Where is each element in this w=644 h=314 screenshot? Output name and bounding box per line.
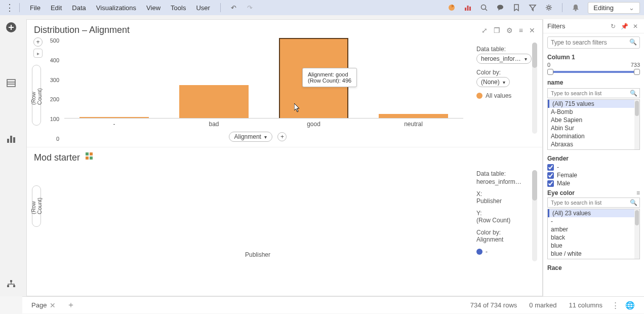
filter-eye-list[interactable]: (All) 23 values - amber black blue blue …: [547, 209, 640, 259]
viz2-cfg-data-table-label: Data table:: [476, 170, 535, 177]
menu-edit[interactable]: Edit: [51, 4, 62, 12]
svg-point-4: [481, 5, 486, 10]
chart-tool-icon[interactable]: [5, 133, 17, 145]
globe-icon[interactable]: 🌐: [625, 301, 635, 310]
close-viz-icon[interactable]: ✕: [529, 26, 535, 34]
viz2-cfg-y-label: Y:: [476, 210, 535, 217]
filters-close-icon[interactable]: ✕: [631, 23, 640, 30]
marked-info: 0 marked: [529, 301, 556, 309]
svg-rect-2: [467, 6, 469, 11]
redo-icon[interactable]: ↷: [244, 2, 256, 14]
slider-handle-max[interactable]: [634, 69, 640, 75]
viz2-y-axis-label[interactable]: (Row Count): [32, 185, 41, 227]
filter-name-list[interactable]: (All) 715 values A-Bomb Abe Sapien Abin …: [547, 99, 640, 150]
range-slider[interactable]: [547, 69, 640, 74]
filter-eye-search[interactable]: [547, 198, 640, 208]
mode-dropdown[interactable]: Editing ⌄: [588, 2, 640, 14]
comment-icon[interactable]: [494, 2, 506, 14]
viz2-cfg-colorby-label: Color by:: [476, 229, 535, 236]
y-axis-expand-icon[interactable]: ▸: [33, 49, 43, 58]
bar-neutral[interactable]: [379, 114, 449, 118]
status-menu-icon[interactable]: ⋮: [612, 301, 619, 310]
hierarchy-icon[interactable]: [5, 278, 17, 290]
viz-settings-icon[interactable]: ⚙: [506, 26, 513, 34]
menu-data[interactable]: Data: [72, 4, 86, 12]
list-item[interactable]: A-Bomb: [548, 108, 639, 116]
bar-dash[interactable]: [79, 117, 149, 118]
list-item[interactable]: bown: [548, 258, 639, 259]
page-tab[interactable]: Page✕: [28, 301, 59, 309]
gender-dash-check[interactable]: -: [543, 163, 644, 171]
list-icon[interactable]: ≡: [519, 26, 523, 34]
list-item[interactable]: blue: [548, 242, 639, 250]
add-y-axis-button[interactable]: +: [33, 37, 43, 47]
list-item[interactable]: blue / white: [548, 250, 639, 258]
add-page-button[interactable]: ＋: [67, 300, 75, 310]
filter-name-search[interactable]: [547, 88, 640, 98]
bell-icon[interactable]: [570, 2, 582, 14]
legend-all-values[interactable]: All values: [476, 92, 535, 99]
svg-rect-13: [7, 139, 9, 143]
add-circle-icon[interactable]: [5, 21, 17, 33]
filter-eye-menu-icon[interactable]: ≡: [636, 189, 640, 197]
list-item[interactable]: Absorbing Man: [548, 148, 639, 150]
gear-icon[interactable]: [543, 2, 555, 14]
gender-male-check[interactable]: Male: [543, 179, 644, 187]
filter-icon[interactable]: [527, 2, 539, 14]
list-item[interactable]: amber: [548, 225, 639, 233]
app-menu-icon[interactable]: ⋮: [4, 2, 14, 13]
menu-view[interactable]: View: [146, 4, 160, 12]
menu-visualizations[interactable]: Visualizations: [96, 4, 136, 12]
svg-rect-14: [10, 136, 12, 143]
gender-female-check[interactable]: Female: [543, 171, 644, 179]
expand-icon[interactable]: ⤢: [481, 26, 488, 34]
visualization-canvas: Distribution – Alignment ⤢ ❐ ⚙ ≡ ✕ + ▸ (…: [26, 19, 543, 296]
list-item[interactable]: Abraxas: [548, 140, 639, 148]
svg-point-6: [497, 5, 503, 10]
list-item[interactable]: black: [548, 233, 639, 242]
close-tab-icon[interactable]: ✕: [50, 301, 56, 309]
search-icon[interactable]: [478, 2, 490, 14]
list-item[interactable]: -: [548, 217, 639, 225]
viz2-scroll-thumb[interactable]: [532, 170, 537, 201]
bar-chart-icon[interactable]: [462, 2, 474, 14]
list-item-all[interactable]: (All) 715 values: [548, 100, 639, 108]
svg-rect-21: [86, 156, 89, 160]
viz2-title: Mod starter: [34, 152, 535, 163]
menu-file[interactable]: File: [30, 4, 41, 12]
list-item[interactable]: Abe Sapien: [548, 116, 639, 124]
search-icon: 🔍: [630, 90, 637, 97]
y-axis-label[interactable]: (Row Count): [32, 65, 41, 126]
x-axis-selector[interactable]: Alignment▾: [229, 132, 272, 142]
chart-plot-area[interactable]: 500 400 300 200 100 0 -: [44, 37, 471, 142]
viz2-legend-dash[interactable]: -: [476, 248, 535, 255]
list-item[interactable]: Abin Sur: [548, 124, 639, 132]
filters-pin-icon[interactable]: 📌: [620, 23, 629, 30]
viz2-plot-area[interactable]: Publisher: [44, 165, 471, 266]
filter-column1-range: 0733: [543, 62, 644, 77]
list-scroll-track[interactable]: [634, 209, 639, 259]
pie-chart-icon[interactable]: [446, 2, 458, 14]
list-scroll-track[interactable]: [634, 100, 639, 149]
bar-bad[interactable]: [179, 85, 249, 118]
menu-user[interactable]: User: [196, 4, 210, 12]
list-item[interactable]: Abomination: [548, 132, 639, 140]
list-item-all[interactable]: (All) 23 values: [548, 209, 639, 217]
svg-rect-19: [86, 152, 89, 155]
filters-search-input[interactable]: [547, 36, 640, 49]
undo-icon[interactable]: ↶: [228, 2, 240, 14]
list-scroll-thumb[interactable]: [635, 101, 639, 116]
slider-handle-min[interactable]: [547, 69, 553, 75]
cfg-data-table-selector[interactable]: heroes_inform…▾: [476, 54, 532, 64]
config-scroll-thumb[interactable]: [532, 43, 537, 68]
duplicate-icon[interactable]: ❐: [494, 26, 500, 34]
menu-tools[interactable]: Tools: [171, 4, 186, 12]
cfg-color-by-selector[interactable]: (None)▾: [476, 77, 510, 87]
filters-refresh-icon[interactable]: ↻: [609, 23, 618, 30]
range-max: 733: [631, 62, 640, 68]
svg-line-5: [486, 9, 488, 11]
table-icon[interactable]: [5, 77, 17, 89]
bookmark-icon[interactable]: [510, 2, 522, 14]
list-scroll-thumb[interactable]: [635, 210, 639, 225]
add-x-axis-button[interactable]: +: [277, 132, 287, 141]
